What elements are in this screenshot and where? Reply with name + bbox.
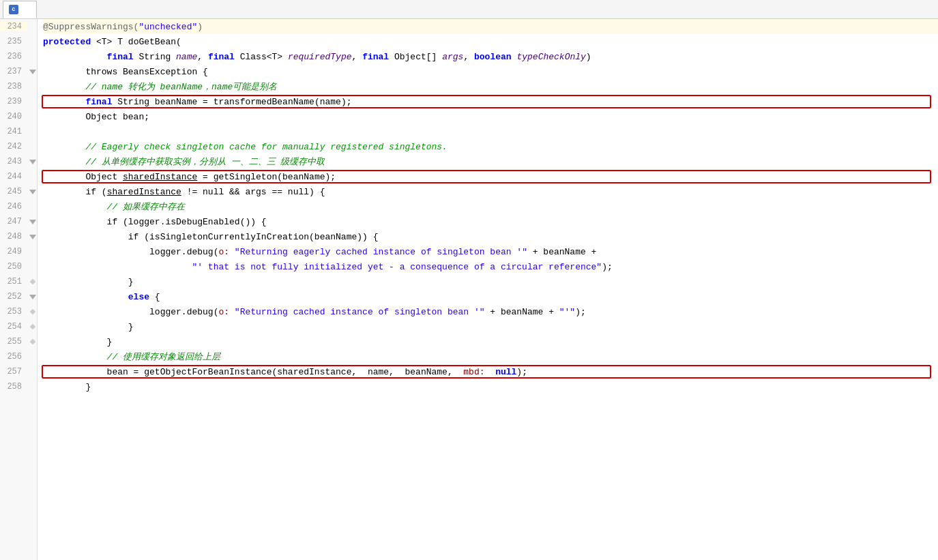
line-number: 249 [0,247,27,256]
code-line: } [43,334,938,349]
line-number: 234 [0,22,27,31]
line-number-row: 246 [0,199,37,214]
line-number-row: 255 [0,334,37,349]
code-container: 2342352362372382392402412422432442452462… [0,19,938,560]
line-number: 250 [0,262,27,271]
line-number-row: 258 [0,379,37,394]
line-number-row: 250 [0,259,37,274]
gutter-icon [27,295,38,299]
line-number-row: 248 [0,229,37,244]
code-line: logger.debug(o: "Returning cached instan… [43,304,938,319]
line-number: 240 [0,112,27,121]
line-number: 245 [0,187,27,196]
line-number: 247 [0,217,27,226]
line-number-row: 256 [0,349,37,364]
line-number: 257 [0,367,27,377]
line-number-row: 254 [0,319,37,334]
code-line: } [43,319,938,334]
line-number-row: 245 [0,184,37,199]
line-number: 248 [0,232,27,241]
code-line: if (isSingletonCurrentlyInCreation(beanN… [43,229,938,244]
line-number: 237 [0,67,27,76]
gutter-icon [27,310,38,314]
code-line: if (sharedInstance != null && args == nu… [43,184,938,199]
line-number: 242 [0,142,27,151]
line-number-row: 238 [0,79,37,94]
line-number-row: 236 [0,49,37,64]
gutter-icon [27,220,38,224]
line-number: 244 [0,172,27,181]
line-number: 241 [0,127,27,136]
file-tab[interactable]: c [3,1,37,18]
gutter-icon [27,160,38,164]
code-line: Object bean; [43,109,938,124]
line-number: 251 [0,277,27,286]
code-line: } [43,274,938,289]
tab-bar: c [0,0,938,19]
line-number-row: 257 [0,364,37,379]
gutter-icon [27,190,38,194]
line-number-row: 241 [0,124,37,139]
line-number: 252 [0,292,27,301]
line-number-row: 242 [0,139,37,154]
line-number: 239 [0,97,27,106]
code-line: "' that is not fully initialized yet - a… [43,259,938,274]
line-number-row: 237 [0,64,37,79]
line-number-row: 235 [0,34,37,49]
code-line: final String name, final Class<T> requir… [43,49,938,64]
line-number-row: 251 [0,274,37,289]
code-line: Object sharedInstance = getSingleton(bea… [43,169,938,184]
line-number: 258 [0,382,27,392]
line-numbers: 2342352362372382392402412422432442452462… [0,19,38,560]
code-line: if (logger.isDebugEnabled()) { [43,214,938,229]
gutter-icon [27,280,38,284]
line-number-row: 234 [0,19,37,34]
line-number-row: 252 [0,289,37,304]
line-number-row: 253 [0,304,37,319]
code-line: // name 转化为 beanName，name可能是别名 [43,79,938,94]
line-number-row: 239 [0,94,37,109]
code-line: @SuppressWarnings("unchecked") [43,19,938,34]
line-number-row: 240 [0,109,37,124]
line-number-row: 249 [0,244,37,259]
tab-file-icon: c [9,5,18,14]
line-number: 243 [0,157,27,166]
line-number: 238 [0,82,27,91]
line-number: 246 [0,202,27,211]
line-number-row: 244 [0,169,37,184]
code-line: // Eagerly check singleton cache for man… [43,139,938,154]
code-line: throws BeansException { [43,64,938,79]
gutter-icon [27,325,38,329]
gutter-icon [27,340,38,344]
line-number: 235 [0,37,27,46]
code-line: } [43,379,938,394]
code-line: protected <T> T doGetBean( [43,34,938,49]
line-number: 256 [0,352,27,362]
gutter-icon [27,70,38,74]
code-line: // 从单例缓存中获取实例，分别从 一、二、三 级缓存中取 [43,154,938,169]
code-line: else { [43,289,938,304]
code-line: // 使用缓存对象返回给上层 [43,349,938,364]
code-line: // 如果缓存中存在 [43,199,938,214]
line-number-row: 247 [0,214,37,229]
code-line [43,124,938,139]
code-line: bean = getObjectForBeanInstance(sharedIn… [43,364,938,379]
line-number: 253 [0,307,27,316]
line-number: 255 [0,337,27,347]
line-number-row: 243 [0,154,37,169]
gutter-icon [27,235,38,239]
line-number: 254 [0,322,27,331]
code-line: final String beanName = transformedBeanN… [43,94,938,109]
line-number: 236 [0,52,27,61]
code-line: logger.debug(o: "Returning eagerly cache… [43,244,938,259]
code-content: @SuppressWarnings("unchecked")protected … [38,19,938,560]
